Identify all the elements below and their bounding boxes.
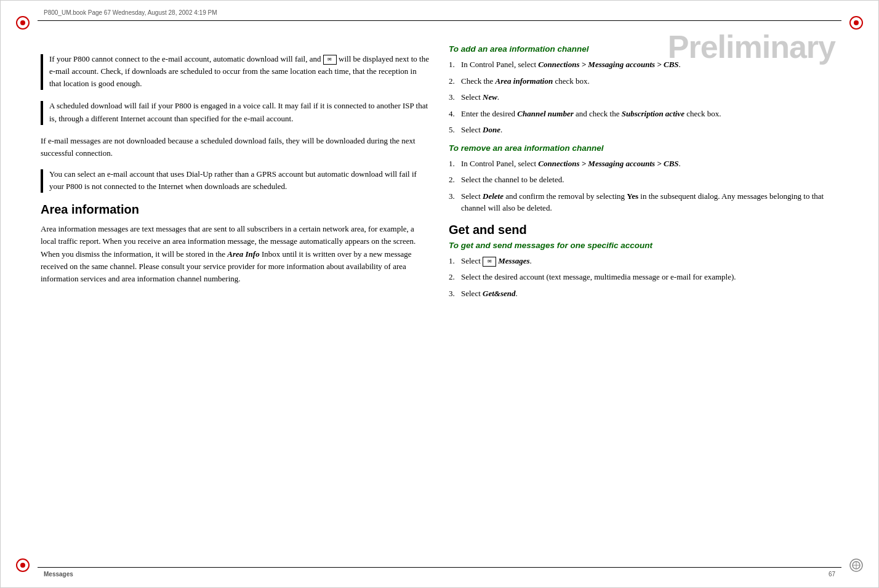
add-channel-steps: 1. In Control Panel, select Connections …: [449, 58, 838, 136]
content-area: If your P800 cannot connect to the e-mai…: [41, 34, 838, 557]
bullet-item-3: You can select an e-mail account that us…: [41, 168, 430, 193]
corner-bl: [12, 554, 34, 576]
remove-channel-steps: 1. In Control Panel, select Connections …: [449, 158, 838, 214]
bullet-item-2: A scheduled download will fail if your P…: [41, 100, 430, 124]
add-step-1: 1. In Control Panel, select Connections …: [449, 58, 838, 71]
get-send-step-1: 1. Select ✉ Messages.: [449, 255, 838, 267]
bullet-bar-2: [41, 101, 43, 124]
remove-step-3: 3. Select Delete and confirm the removal…: [449, 190, 838, 214]
svg-point-3: [854, 20, 859, 25]
footer-left: Messages: [44, 571, 73, 578]
header-text: P800_UM.book Page 67 Wednesday, August 2…: [44, 9, 217, 16]
mail-icon-1: ✉: [323, 55, 337, 65]
no-bullet-1: If e-mail messages are not downloaded be…: [41, 135, 430, 159]
left-column: If your P800 cannot connect to the e-mai…: [41, 34, 430, 557]
add-step-2: 2. Check the Area information check box.: [449, 75, 838, 87]
bullet-bar-3: [41, 169, 43, 193]
footer-right: 67: [829, 571, 835, 578]
remove-step-2: 2. Select the channel to be deleted.: [449, 174, 838, 186]
get-send-step-2: 2. Select the desired account (text mess…: [449, 271, 838, 283]
footer-line: [38, 567, 841, 568]
area-information-body: Area information messages are text messa…: [41, 223, 430, 285]
corner-tl: [12, 12, 34, 34]
get-and-send-heading: Get and send: [449, 223, 838, 237]
bullet-text-2: A scheduled download will fail if your P…: [49, 100, 430, 124]
add-step-5: 5. Select Done.: [449, 124, 838, 136]
area-information-heading: Area information: [41, 203, 430, 217]
get-send-steps: 1. Select ✉ Messages. 2. Select the desi…: [449, 255, 838, 300]
add-step-4: 4. Enter the desired Channel number and …: [449, 108, 838, 120]
bullet-bar-1: [41, 54, 43, 90]
remove-channel-heading: To remove an area information channel: [449, 143, 838, 153]
remove-step-1: 1. In Control Panel, select Connections …: [449, 158, 838, 170]
bullet-item-1: If your P800 cannot connect to the e-mai…: [41, 53, 430, 90]
add-step-3: 3. Select New.: [449, 91, 838, 103]
get-send-sub-heading: To get and send messages for one specifi…: [449, 241, 838, 250]
bullet-text-3: You can select an e-mail account that us…: [49, 168, 430, 193]
add-channel-heading: To add an area information channel: [449, 44, 838, 54]
page-container: P800_UM.book Page 67 Wednesday, August 2…: [0, 0, 879, 588]
header-line: [38, 20, 841, 21]
svg-point-5: [20, 563, 25, 568]
right-column: To add an area information channel 1. In…: [449, 34, 838, 557]
get-send-step-3: 3. Select Get&send.: [449, 288, 838, 300]
svg-point-1: [20, 20, 25, 25]
mail-icon-2: ✉: [483, 257, 496, 267]
bullet-text-1: If your P800 cannot connect to the e-mai…: [49, 53, 430, 90]
corner-br: [845, 554, 867, 576]
corner-tr: [845, 12, 867, 34]
